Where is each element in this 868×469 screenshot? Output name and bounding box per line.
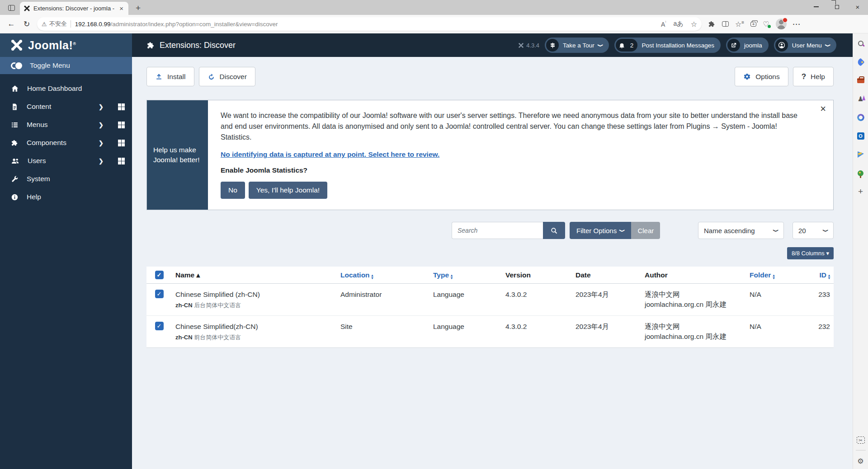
favorite-star-icon[interactable]: ☆: [691, 20, 697, 28]
author-cell: 逐浪中文网joomlachina.org.cn 周永建: [641, 284, 746, 315]
sidebar-shopping-button[interactable]: [856, 57, 865, 66]
statistics-panel-aside: Help us make Joomla! better!: [147, 100, 208, 210]
help-button[interactable]: ? Help: [793, 67, 834, 86]
home-icon: [11, 84, 19, 93]
extension-name-cell: Chinese Simplified (zh-CN) zh-CN 后台简体中文语…: [172, 284, 337, 315]
sidebar-games-button[interactable]: ♟: [856, 94, 865, 103]
select-all-checkbox[interactable]: ✓: [155, 271, 164, 279]
sidebar-item-users[interactable]: Users ❯: [0, 152, 132, 170]
tab-close-icon[interactable]: ×: [118, 5, 125, 12]
discover-button[interactable]: Discover: [199, 67, 255, 86]
new-tab-button[interactable]: +: [132, 3, 144, 13]
chevron-right-icon: ❯: [99, 122, 104, 128]
search-button[interactable]: [543, 222, 565, 239]
back-button[interactable]: ←: [5, 17, 18, 31]
collections-icon[interactable]: +: [750, 22, 756, 27]
browser-tab-strip: Extensions: Discover - joomla - A × + ×: [0, 0, 868, 15]
sidebar-outlook-button[interactable]: O: [856, 131, 865, 141]
sidebar-search-button[interactable]: [856, 39, 865, 48]
chess-icon: ♟: [858, 95, 863, 103]
sidebar-add-button[interactable]: +: [856, 187, 865, 196]
question-mark-icon: ?: [802, 72, 806, 81]
split-screen-icon[interactable]: [722, 21, 729, 27]
id-cell: 233: [800, 284, 834, 305]
close-window-button[interactable]: ×: [847, 0, 868, 14]
edge-sidebar: ♟ O + ✂ ⚙: [853, 33, 868, 469]
sidebar-tools-button[interactable]: [856, 76, 865, 85]
filter-options-button[interactable]: Filter Options ❭: [570, 222, 631, 239]
browser-menu-icon[interactable]: ···: [793, 20, 801, 28]
translate-icon[interactable]: aあ: [674, 20, 684, 28]
install-button[interactable]: Install: [146, 67, 194, 86]
sidebar-item-help[interactable]: Help: [0, 188, 132, 206]
address-bar[interactable]: ⚠ 不安全 192.168.0.99/administrator/index.p…: [37, 17, 702, 31]
wrench-icon: [11, 175, 19, 183]
sidebar-item-components[interactable]: Components ❯: [0, 134, 132, 152]
list-limit-select[interactable]: 20 ❭: [793, 222, 834, 239]
browser-tab[interactable]: Extensions: Discover - joomla - A ×: [20, 2, 128, 15]
site-preview-button[interactable]: joomla: [726, 38, 769, 53]
user-menu-button[interactable]: User Menu ❭: [774, 38, 836, 53]
table-row: ✓ Chinese Simplified (zh-CN) zh-CN 后台简体中…: [146, 284, 834, 316]
sidebar-item-toggle-menu[interactable]: Toggle Menu: [0, 57, 132, 74]
url-host: 192.168.0.99: [75, 21, 111, 28]
sidebar-divider: [856, 450, 866, 450]
sort-icon: ▴▾: [451, 274, 453, 280]
statistics-message: We want to increase the compatibility of…: [221, 110, 806, 143]
refresh-button[interactable]: ↻: [20, 17, 33, 31]
sidebar-msn-button[interactable]: [856, 169, 865, 178]
favorites-list-icon[interactable]: ☆: [735, 20, 744, 28]
search-icon: [550, 227, 558, 234]
extensions-puzzle-icon[interactable]: [708, 20, 716, 28]
take-a-tour-button[interactable]: Take a Tour ❭: [545, 38, 609, 53]
external-link-icon: [727, 39, 740, 52]
sidebar-microsoft-365-button[interactable]: [856, 113, 865, 122]
statistics-review-link[interactable]: No identifying data is captured at any p…: [221, 150, 439, 159]
screenshot-tool-button[interactable]: ✂: [857, 436, 865, 444]
sidebar-item-menus[interactable]: Menus ❯: [0, 116, 132, 134]
read-aloud-icon[interactable]: A⁾: [661, 20, 666, 28]
minimize-button[interactable]: [806, 0, 826, 14]
url-path: /administrator/index.php?option=com_inst…: [110, 21, 278, 28]
joomla-favicon: [24, 5, 30, 12]
clear-button[interactable]: Clear: [631, 222, 660, 239]
options-button[interactable]: Options: [735, 67, 788, 86]
post-installation-messages-button[interactable]: 2 Post Installation Messages: [614, 38, 721, 53]
version-cell: 4.3.0.2: [502, 316, 572, 338]
sidebar-item-system[interactable]: System: [0, 170, 132, 188]
sort-select[interactable]: Name ascending ❭: [698, 222, 784, 239]
dashboard-grid-icon[interactable]: [118, 140, 125, 146]
row-checkbox[interactable]: ✓: [155, 322, 164, 330]
browser-essentials-icon[interactable]: ♡: [763, 20, 769, 28]
columns-button[interactable]: 8/8 Columns ▾: [787, 247, 834, 259]
joomla-logo: Joomla!®: [0, 33, 132, 57]
dashboard-grid-icon[interactable]: [118, 158, 125, 164]
dashboard-grid-icon[interactable]: [118, 122, 125, 128]
sidebar-settings-button[interactable]: ⚙: [857, 457, 863, 465]
dashboard-grid-icon[interactable]: [118, 103, 125, 110]
close-panel-icon[interactable]: ×: [820, 104, 826, 114]
column-header-location[interactable]: Location▴▾: [337, 270, 429, 280]
outlook-icon: O: [857, 132, 864, 140]
sidebar-drop-button[interactable]: [856, 150, 865, 159]
page-title: Extensions: Discover: [146, 41, 236, 50]
restore-button[interactable]: [826, 0, 847, 14]
column-header-id[interactable]: ID▴▾: [800, 270, 834, 280]
version-cell: 4.3.0.2: [502, 284, 572, 305]
column-header-name[interactable]: Name ▴: [172, 270, 337, 280]
sidebar-item-content[interactable]: Content ❯: [0, 98, 132, 116]
workspaces-button[interactable]: [4, 2, 19, 14]
statistics-no-button[interactable]: No: [221, 182, 245, 199]
sidebar-item-home-dashboard[interactable]: Home Dashboard: [0, 80, 132, 98]
list-icon: [11, 121, 19, 129]
main-content: Install Discover Options ? Help: [132, 57, 853, 469]
row-checkbox[interactable]: ✓: [155, 290, 164, 298]
profile-avatar[interactable]: [776, 19, 787, 29]
author-cell: 逐浪中文网joomlachina.org.cn 周永建: [641, 316, 746, 347]
column-header-date: Date: [572, 270, 641, 280]
search-input[interactable]: [452, 222, 543, 239]
sort-icon: ▴▾: [372, 274, 373, 280]
column-header-folder[interactable]: Folder▴▾: [746, 270, 800, 280]
column-header-type[interactable]: Type▴▾: [429, 270, 502, 280]
statistics-yes-button[interactable]: Yes, I'll help Joomla!: [249, 182, 327, 199]
